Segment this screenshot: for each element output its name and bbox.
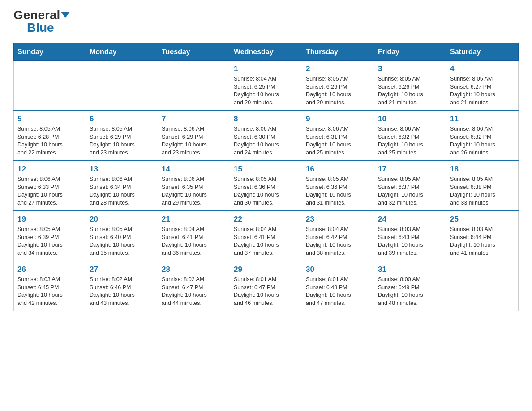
day-info: Sunrise: 8:05 AM Sunset: 6:37 PM Dayligh… — [378, 176, 442, 207]
day-info: Sunrise: 8:01 AM Sunset: 6:47 PM Dayligh… — [234, 276, 298, 307]
calendar-cell: 4Sunrise: 8:05 AM Sunset: 6:27 PM Daylig… — [446, 61, 519, 111]
day-info: Sunrise: 8:05 AM Sunset: 6:29 PM Dayligh… — [90, 125, 154, 157]
day-info: Sunrise: 8:05 AM Sunset: 6:39 PM Dayligh… — [17, 226, 82, 257]
calendar-cell: 12Sunrise: 8:06 AM Sunset: 6:33 PM Dayli… — [14, 161, 86, 211]
day-number: 21 — [162, 215, 226, 224]
day-info: Sunrise: 8:02 AM Sunset: 6:46 PM Dayligh… — [90, 276, 154, 307]
calendar-cell: 15Sunrise: 8:05 AM Sunset: 6:36 PM Dayli… — [230, 161, 302, 211]
calendar-cell — [86, 61, 158, 111]
day-number: 18 — [450, 165, 515, 174]
day-info: Sunrise: 8:06 AM Sunset: 6:33 PM Dayligh… — [17, 176, 82, 207]
day-number: 4 — [450, 64, 515, 73]
calendar-cell: 18Sunrise: 8:05 AM Sunset: 6:38 PM Dayli… — [446, 161, 519, 211]
day-number: 10 — [378, 115, 442, 124]
day-info: Sunrise: 8:05 AM Sunset: 6:26 PM Dayligh… — [378, 75, 442, 107]
logo: General Blue — [13, 9, 70, 34]
day-info: Sunrise: 8:00 AM Sunset: 6:49 PM Dayligh… — [378, 276, 442, 307]
calendar-week-row: 5Sunrise: 8:05 AM Sunset: 6:28 PM Daylig… — [14, 111, 519, 161]
day-info: Sunrise: 8:03 AM Sunset: 6:43 PM Dayligh… — [378, 226, 442, 257]
calendar-header-thursday: Thursday — [302, 43, 374, 61]
calendar-cell — [158, 61, 230, 111]
day-info: Sunrise: 8:05 AM Sunset: 6:38 PM Dayligh… — [450, 176, 515, 207]
calendar-cell: 25Sunrise: 8:03 AM Sunset: 6:44 PM Dayli… — [446, 211, 519, 261]
calendar-cell: 21Sunrise: 8:04 AM Sunset: 6:41 PM Dayli… — [158, 211, 230, 261]
calendar-cell: 2Sunrise: 8:05 AM Sunset: 6:26 PM Daylig… — [302, 61, 374, 111]
day-info: Sunrise: 8:04 AM Sunset: 6:41 PM Dayligh… — [234, 226, 298, 257]
calendar-cell: 24Sunrise: 8:03 AM Sunset: 6:43 PM Dayli… — [374, 211, 446, 261]
calendar-cell: 20Sunrise: 8:05 AM Sunset: 6:40 PM Dayli… — [86, 211, 158, 261]
day-info: Sunrise: 8:06 AM Sunset: 6:32 PM Dayligh… — [450, 125, 515, 157]
day-number: 30 — [306, 265, 370, 274]
calendar-cell: 3Sunrise: 8:05 AM Sunset: 6:26 PM Daylig… — [374, 61, 446, 111]
day-number: 27 — [90, 265, 154, 274]
calendar-cell — [14, 61, 86, 111]
day-info: Sunrise: 8:04 AM Sunset: 6:42 PM Dayligh… — [306, 226, 370, 257]
day-number: 17 — [378, 165, 442, 174]
day-number: 19 — [17, 215, 82, 224]
day-number: 11 — [450, 115, 515, 124]
calendar-week-row: 26Sunrise: 8:03 AM Sunset: 6:45 PM Dayli… — [14, 261, 519, 311]
calendar-cell — [446, 261, 519, 311]
day-number: 22 — [234, 215, 298, 224]
calendar-cell: 8Sunrise: 8:06 AM Sunset: 6:30 PM Daylig… — [230, 111, 302, 161]
calendar-cell: 9Sunrise: 8:06 AM Sunset: 6:31 PM Daylig… — [302, 111, 374, 161]
calendar-cell: 1Sunrise: 8:04 AM Sunset: 6:25 PM Daylig… — [230, 61, 302, 111]
calendar-cell: 29Sunrise: 8:01 AM Sunset: 6:47 PM Dayli… — [230, 261, 302, 311]
calendar-cell: 10Sunrise: 8:06 AM Sunset: 6:32 PM Dayli… — [374, 111, 446, 161]
calendar-week-row: 19Sunrise: 8:05 AM Sunset: 6:39 PM Dayli… — [14, 211, 519, 261]
day-info: Sunrise: 8:04 AM Sunset: 6:25 PM Dayligh… — [234, 75, 298, 107]
calendar-header-sunday: Sunday — [14, 43, 86, 61]
day-info: Sunrise: 8:06 AM Sunset: 6:31 PM Dayligh… — [306, 125, 370, 157]
calendar-header-tuesday: Tuesday — [158, 43, 230, 61]
day-info: Sunrise: 8:03 AM Sunset: 6:44 PM Dayligh… — [450, 226, 515, 257]
calendar-header-row: SundayMondayTuesdayWednesdayThursdayFrid… — [14, 43, 519, 61]
calendar-cell: 30Sunrise: 8:01 AM Sunset: 6:48 PM Dayli… — [302, 261, 374, 311]
calendar-cell: 14Sunrise: 8:06 AM Sunset: 6:35 PM Dayli… — [158, 161, 230, 211]
day-number: 2 — [306, 64, 370, 73]
day-info: Sunrise: 8:02 AM Sunset: 6:47 PM Dayligh… — [162, 276, 226, 307]
day-info: Sunrise: 8:05 AM Sunset: 6:40 PM Dayligh… — [90, 226, 154, 257]
day-number: 12 — [17, 165, 82, 174]
logo-general-text: General — [13, 9, 60, 21]
day-info: Sunrise: 8:06 AM Sunset: 6:32 PM Dayligh… — [378, 125, 442, 157]
calendar-header-monday: Monday — [86, 43, 158, 61]
calendar-cell: 22Sunrise: 8:04 AM Sunset: 6:41 PM Dayli… — [230, 211, 302, 261]
day-info: Sunrise: 8:06 AM Sunset: 6:30 PM Dayligh… — [234, 125, 298, 157]
day-number: 23 — [306, 215, 370, 224]
day-number: 1 — [234, 64, 298, 73]
day-info: Sunrise: 8:05 AM Sunset: 6:36 PM Dayligh… — [234, 176, 298, 207]
day-number: 14 — [162, 165, 226, 174]
calendar-cell: 28Sunrise: 8:02 AM Sunset: 6:47 PM Dayli… — [158, 261, 230, 311]
day-info: Sunrise: 8:05 AM Sunset: 6:28 PM Dayligh… — [17, 125, 82, 157]
day-info: Sunrise: 8:05 AM Sunset: 6:27 PM Dayligh… — [450, 75, 515, 107]
day-info: Sunrise: 8:04 AM Sunset: 6:41 PM Dayligh… — [162, 226, 226, 257]
calendar-table: SundayMondayTuesdayWednesdayThursdayFrid… — [13, 43, 519, 311]
calendar-cell: 6Sunrise: 8:05 AM Sunset: 6:29 PM Daylig… — [86, 111, 158, 161]
day-info: Sunrise: 8:01 AM Sunset: 6:48 PM Dayligh… — [306, 276, 370, 307]
day-number: 20 — [90, 215, 154, 224]
calendar-cell: 26Sunrise: 8:03 AM Sunset: 6:45 PM Dayli… — [14, 261, 86, 311]
day-number: 15 — [234, 165, 298, 174]
page-header: General Blue — [13, 9, 519, 34]
day-number: 29 — [234, 265, 298, 274]
day-number: 31 — [378, 265, 442, 274]
calendar-cell: 11Sunrise: 8:06 AM Sunset: 6:32 PM Dayli… — [446, 111, 519, 161]
day-number: 9 — [306, 115, 370, 124]
day-number: 5 — [17, 115, 82, 124]
calendar-cell: 7Sunrise: 8:06 AM Sunset: 6:29 PM Daylig… — [158, 111, 230, 161]
day-number: 16 — [306, 165, 370, 174]
calendar-header-friday: Friday — [374, 43, 446, 61]
calendar-header-wednesday: Wednesday — [230, 43, 302, 61]
calendar-cell: 5Sunrise: 8:05 AM Sunset: 6:28 PM Daylig… — [14, 111, 86, 161]
day-info: Sunrise: 8:06 AM Sunset: 6:29 PM Dayligh… — [162, 125, 226, 157]
calendar-week-row: 1Sunrise: 8:04 AM Sunset: 6:25 PM Daylig… — [14, 61, 519, 111]
day-info: Sunrise: 8:05 AM Sunset: 6:36 PM Dayligh… — [306, 176, 370, 207]
calendar-cell: 31Sunrise: 8:00 AM Sunset: 6:49 PM Dayli… — [374, 261, 446, 311]
calendar-cell: 27Sunrise: 8:02 AM Sunset: 6:46 PM Dayli… — [86, 261, 158, 311]
day-info: Sunrise: 8:06 AM Sunset: 6:35 PM Dayligh… — [162, 176, 226, 207]
day-number: 13 — [90, 165, 154, 174]
calendar-cell: 16Sunrise: 8:05 AM Sunset: 6:36 PM Dayli… — [302, 161, 374, 211]
day-number: 8 — [234, 115, 298, 124]
day-number: 25 — [450, 215, 515, 224]
day-number: 26 — [17, 265, 82, 274]
